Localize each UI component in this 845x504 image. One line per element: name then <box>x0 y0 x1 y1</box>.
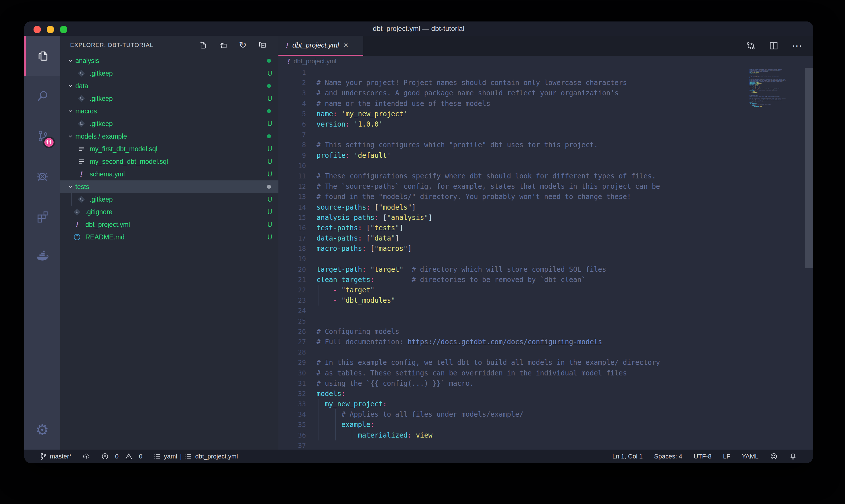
split-editor-icon[interactable] <box>769 41 778 51</box>
code-line-14[interactable]: 14source-paths: ["models"] <box>278 202 813 212</box>
encoding[interactable]: UTF-8 <box>694 453 712 460</box>
code-line-22[interactable]: 22 - "target" <box>278 285 813 295</box>
tree-item-dbt-project-yml[interactable]: !dbt_project.ymlU <box>60 218 278 231</box>
code-line-24[interactable]: 24 <box>278 306 813 316</box>
tree-item--gitkeep[interactable]: .gitkeepU <box>60 67 278 79</box>
code-line-18[interactable]: 18macro-paths: ["macros"] <box>278 244 813 254</box>
tree-item-schema-yml[interactable]: !schema.ymlU <box>60 168 278 180</box>
new-file-icon[interactable] <box>198 41 207 50</box>
code-line-1[interactable]: 1 <box>278 67 813 78</box>
code-line-12[interactable]: 12# The `source-paths` config, for examp… <box>278 181 813 192</box>
line-text: # These configurations specify where dbt… <box>306 172 656 180</box>
code-line-4[interactable]: 4# name or the intended use of these mod… <box>278 98 813 109</box>
line-text: data-paths: ["data"] <box>306 234 399 242</box>
code-line-28[interactable]: 28 <box>278 347 813 357</box>
activity-docker[interactable] <box>24 236 60 276</box>
code-line-29[interactable]: 29# In this example config, we tell dbt … <box>278 357 813 368</box>
tree-item-models-example[interactable]: models / example <box>60 130 278 143</box>
title-bar[interactable]: dbt_project.yml — dbt-tutorial <box>24 21 813 36</box>
line-number: 34 <box>278 411 306 418</box>
code-line-13[interactable]: 13# found in the "models/" directory. Yo… <box>278 192 813 202</box>
code-line-35[interactable]: 35 example: <box>278 419 813 430</box>
tree-item--gitkeep[interactable]: .gitkeepU <box>60 118 278 130</box>
code-line-6[interactable]: 6version: '1.0.0' <box>278 119 813 129</box>
collapse-all-icon[interactable] <box>258 41 267 50</box>
code-line-37[interactable]: 37 <box>749 107 804 108</box>
tree-item-macros[interactable]: macros <box>60 105 278 118</box>
code-line-31[interactable]: 31# using the `{{ config(...) }}` macro. <box>278 378 813 389</box>
tree-item-readme-md[interactable]: README.mdU <box>60 231 278 244</box>
code-line-3[interactable]: 3# and underscores. A good package name … <box>278 88 813 98</box>
language-mode[interactable]: YAML <box>742 453 758 460</box>
git-branch-status[interactable]: master* <box>39 452 72 460</box>
refresh-icon[interactable]: ↻ <box>239 41 247 50</box>
tree-item-my-second-dbt-model-sql[interactable]: my_second_dbt_model.sqlU <box>60 155 278 168</box>
problems-status[interactable]: 0 0 <box>101 452 143 460</box>
code-line-36[interactable]: 36 materialized: view <box>278 430 813 440</box>
code-line-17[interactable]: 17data-paths: ["data"] <box>278 233 813 244</box>
tab-dbt-project-yml[interactable]: ! dbt_project.yml × <box>278 36 363 56</box>
code-line-21[interactable]: 21clean-targets: # directories to be rem… <box>278 275 813 285</box>
open-changes-icon[interactable] <box>746 41 756 51</box>
activity-source-control[interactable]: 11 <box>24 116 60 156</box>
code-line-30[interactable]: 30# as tables. These settings can be ove… <box>278 368 813 378</box>
tree-item--gitkeep[interactable]: .gitkeepU <box>60 193 278 205</box>
editor-group: ! dbt_project.yml × ⋯ ! <box>278 36 813 450</box>
code-line-8[interactable]: 8# This setting configures which "profil… <box>278 140 813 150</box>
activity-explorer[interactable] <box>24 36 60 76</box>
indent-guide <box>319 295 319 306</box>
eol-sequence[interactable]: LF <box>723 453 731 460</box>
code-line-2[interactable]: 2# Name your project! Project names shou… <box>278 78 813 88</box>
code-line-5[interactable]: 5name: 'my_new_project' <box>278 109 813 119</box>
tree-item-my-first-dbt-model-sql[interactable]: my_first_dbt_model.sqlU <box>60 143 278 155</box>
code-line-11[interactable]: 11# These configurations specify where d… <box>278 171 813 181</box>
yaml-schema-status[interactable]: yaml | dbt_project.yml <box>153 452 238 460</box>
code-line-33[interactable]: 33 my_new_project: <box>278 399 813 409</box>
minimize-window-button[interactable] <box>47 26 54 33</box>
code-line-27[interactable]: 27# Full documentation: https://docs.get… <box>278 337 813 347</box>
code-line-25[interactable]: 25 <box>278 316 813 326</box>
code-editor[interactable]: 12# Name your project! Project names sho… <box>278 67 813 450</box>
activity-settings[interactable]: ⚙ <box>24 414 60 446</box>
line-text: # This setting configures which "profile… <box>306 141 598 149</box>
tree-item-analysis[interactable]: analysis <box>60 54 278 67</box>
code-line-15[interactable]: 15analysis-paths: ["analysis"] <box>278 213 813 223</box>
code-line-34[interactable]: 34 # Applies to all files under models/e… <box>278 409 813 419</box>
activity-bar: 11 <box>24 36 60 450</box>
indent-guide <box>319 419 319 430</box>
notifications-bell-icon[interactable] <box>789 452 797 460</box>
zoom-window-button[interactable] <box>60 26 67 33</box>
minimap[interactable]: 12# Name your project! Project names sho… <box>749 68 804 217</box>
more-actions-icon[interactable]: ⋯ <box>792 40 803 52</box>
code-line-16[interactable]: 16test-paths: ["tests"] <box>278 223 813 233</box>
close-window-button[interactable] <box>34 26 41 33</box>
new-folder-icon[interactable] <box>219 41 228 50</box>
tree-item-tests[interactable]: tests <box>60 180 278 193</box>
code-line-26[interactable]: 26# Configuring models <box>278 326 813 337</box>
sql-file-icon <box>78 158 85 165</box>
code-line-7[interactable]: 7 <box>278 129 813 140</box>
indentation[interactable]: Spaces: 4 <box>654 453 682 460</box>
publish-changes-button[interactable] <box>83 452 90 460</box>
code-line-19[interactable]: 19 <box>278 254 813 264</box>
code-line-32[interactable]: 32models: <box>278 389 813 399</box>
breadcrumb[interactable]: ! dbt_project.yml <box>278 56 813 67</box>
activity-debug[interactable] <box>24 156 60 196</box>
code-line-9[interactable]: 9profile: 'default' <box>278 150 813 161</box>
cursor-position[interactable]: Ln 1, Col 1 <box>612 453 643 460</box>
tree-item--gitignore[interactable]: .gitignoreU <box>60 205 278 218</box>
code-line-20[interactable]: 20target-path: "target" # directory whic… <box>278 264 813 275</box>
code-line-37[interactable]: 37 <box>278 440 813 450</box>
git-status-badge: U <box>267 196 272 203</box>
tree-item-data[interactable]: data <box>60 79 278 92</box>
vertical-scrollbar[interactable] <box>805 68 813 268</box>
close-tab-icon[interactable]: × <box>343 41 348 50</box>
code-line-10[interactable]: 10 <box>278 161 813 171</box>
line-number: 21 <box>278 276 306 284</box>
code-line-23[interactable]: 23 - "dbt_modules" <box>278 295 813 306</box>
tree-item--gitkeep[interactable]: .gitkeepU <box>60 92 278 105</box>
activity-extensions[interactable] <box>24 196 60 236</box>
activity-search[interactable] <box>24 76 60 116</box>
feedback-smiley-icon[interactable] <box>770 452 778 460</box>
git-status-badge: U <box>267 70 272 77</box>
